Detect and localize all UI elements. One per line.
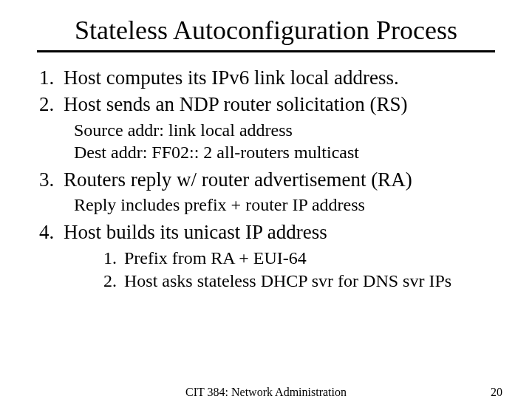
step-4-sublist: Prefix from RA + EUI-64 Host asks statel… bbox=[98, 247, 510, 293]
slide: Stateless Autoconfiguration Process Host… bbox=[0, 0, 532, 399]
footer-page-number: 20 bbox=[491, 386, 502, 399]
step-2-text: Host sends an NDP router solicitation (R… bbox=[64, 93, 407, 115]
step-2-detail: Source addr: link local address Dest add… bbox=[74, 119, 510, 163]
step-2-source: Source addr: link local address bbox=[74, 119, 510, 141]
step-3-reply: Reply includes prefix + router IP addres… bbox=[74, 194, 510, 216]
footer-course: CIT 384: Network Administration bbox=[185, 386, 347, 399]
step-4-sub-1-text: Prefix from RA + EUI-64 bbox=[124, 248, 307, 267]
slide-title: Stateless Autoconfiguration Process bbox=[22, 15, 510, 46]
step-1-text: Host computes its IPv6 link local addres… bbox=[64, 66, 399, 89]
step-3-detail: Reply includes prefix + router IP addres… bbox=[74, 194, 510, 216]
step-4-sub-2: Host asks stateless DHCP svr for DNS svr… bbox=[121, 270, 510, 293]
main-list: Host computes its IPv6 link local addres… bbox=[33, 66, 510, 293]
step-4-text: Host builds its unicast IP address bbox=[64, 221, 327, 243]
slide-body: Host computes its IPv6 link local addres… bbox=[22, 66, 510, 293]
step-4-sub-1: Prefix from RA + EUI-64 bbox=[121, 247, 510, 270]
step-2-dest: Dest addr: FF02:: 2 all-routers multicas… bbox=[74, 141, 510, 163]
step-4-sub-2-text: Host asks stateless DHCP svr for DNS svr… bbox=[124, 271, 451, 290]
step-4: Host builds its unicast IP address Prefi… bbox=[59, 220, 510, 293]
step-3: Routers reply w/ router advertisement (R… bbox=[59, 168, 510, 216]
step-1: Host computes its IPv6 link local addres… bbox=[59, 66, 510, 91]
step-3-text: Routers reply w/ router advertisement (R… bbox=[64, 168, 412, 191]
title-divider bbox=[37, 50, 495, 52]
step-2: Host sends an NDP router solicitation (R… bbox=[59, 92, 510, 163]
